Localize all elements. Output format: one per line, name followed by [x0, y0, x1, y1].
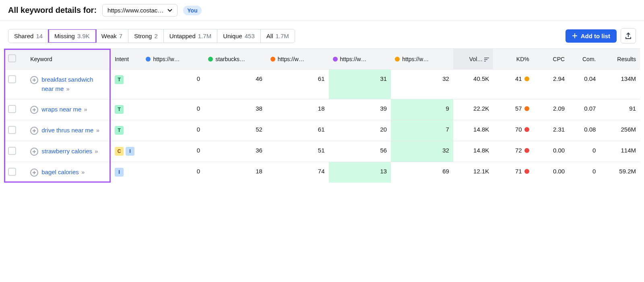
filter-row: Shared 14Missing 3.9KWeak 7Strong 2Untap…: [0, 21, 644, 48]
kd-dot-icon: [524, 127, 529, 132]
cell-d2: 18: [204, 162, 266, 183]
dot-icon: [333, 57, 338, 62]
add-to-list-label: Add to list: [581, 33, 610, 39]
dot-icon: [146, 57, 151, 62]
chevron-right-icon: »: [84, 106, 87, 113]
cell-d1: 0: [142, 120, 204, 141]
intent-cell: T: [111, 99, 142, 120]
filter-tab-all[interactable]: All 1.7M: [261, 29, 295, 43]
cell-volume: 40.5K: [453, 70, 493, 99]
expand-keyword-icon[interactable]: [30, 148, 38, 156]
cell-d5: 32: [391, 70, 453, 99]
intent-cell: T: [111, 70, 142, 99]
chevron-right-icon: »: [66, 85, 69, 92]
table-row: breakfast sandwich near me »T04661313240…: [4, 70, 640, 99]
intent-badge-t: T: [115, 105, 124, 114]
filter-tab-weak[interactable]: Weak 7: [96, 29, 128, 43]
row-check-cell: [4, 162, 26, 183]
col-intent[interactable]: Intent: [111, 49, 142, 70]
col-kd[interactable]: KD%: [493, 49, 533, 70]
keyword-link[interactable]: wraps near me »: [41, 105, 87, 114]
row-checkbox[interactable]: [8, 75, 16, 83]
expand-keyword-icon[interactable]: [30, 106, 38, 114]
cell-volume: 22.2K: [453, 99, 493, 120]
filter-label: Shared: [14, 33, 33, 39]
kd-dot-icon: [524, 76, 529, 81]
domain-select[interactable]: https://www.costac…: [102, 4, 178, 16]
filter-tab-missing[interactable]: Missing 3.9K: [49, 29, 96, 43]
cell-kd: 72: [493, 141, 533, 162]
cell-d4: 13: [329, 162, 391, 183]
dot-icon: [395, 57, 400, 62]
col-com[interactable]: Com.: [569, 49, 600, 70]
cell-d2: 36: [204, 141, 266, 162]
export-icon: [625, 32, 632, 39]
col-domain-3[interactable]: https://w…: [266, 49, 329, 70]
filter-count: 3.9K: [77, 33, 90, 39]
cell-d3: 74: [266, 162, 329, 183]
col-domain-4[interactable]: https://w…: [329, 49, 391, 70]
filter-label: Strong: [134, 33, 152, 39]
row-checkbox[interactable]: [8, 126, 16, 134]
col-keyword[interactable]: Keyword: [26, 49, 111, 70]
cell-cpc: 2.31: [533, 120, 569, 141]
filter-tab-unique[interactable]: Unique 453: [217, 29, 261, 43]
cell-d3: 61: [266, 120, 329, 141]
select-all-checkbox[interactable]: [8, 54, 16, 62]
cell-d4: 39: [329, 99, 391, 120]
filter-tab-shared[interactable]: Shared 14: [8, 29, 49, 43]
filter-label: Untapped: [169, 33, 196, 39]
cell-d3: 51: [266, 141, 329, 162]
keyword-link[interactable]: strawberry calories »: [41, 147, 98, 156]
expand-keyword-icon[interactable]: [30, 76, 38, 84]
cell-d4: 20: [329, 120, 391, 141]
sort-desc-icon: [484, 58, 489, 62]
cell-results: 114M: [600, 141, 640, 162]
cell-d5: 32: [391, 141, 453, 162]
keyword-link[interactable]: breakfast sandwich near me »: [41, 75, 107, 93]
keyword-table: Keyword Intent https://w… starbucks… htt…: [4, 48, 640, 183]
intent-cell: CI: [111, 141, 142, 162]
col-results[interactable]: Results: [600, 49, 640, 70]
kd-dot-icon: [524, 148, 529, 153]
cell-results: 59.2M: [600, 162, 640, 183]
cell-results: 91: [600, 99, 640, 120]
intent-cell: T: [111, 120, 142, 141]
cell-d5: 69: [391, 162, 453, 183]
select-all-header: [4, 49, 26, 70]
row-checkbox[interactable]: [8, 168, 16, 176]
intent-badge-t: T: [115, 126, 124, 135]
kd-dot-icon: [524, 169, 529, 174]
table-row: wraps near me »T0381839922.2K57 2.090.07…: [4, 99, 640, 120]
intent-badge-t: T: [115, 75, 124, 84]
add-to-list-button[interactable]: Add to list: [566, 29, 617, 43]
filter-count: 1.7M: [198, 33, 211, 39]
chevron-down-icon: [167, 8, 172, 13]
col-cpc[interactable]: CPC: [533, 49, 569, 70]
filter-tab-untapped[interactable]: Untapped 1.7M: [164, 29, 217, 43]
chevron-right-icon: »: [95, 148, 98, 154]
keyword-link[interactable]: bagel calories »: [41, 168, 85, 177]
row-checkbox[interactable]: [8, 105, 16, 113]
row-checkbox[interactable]: [8, 147, 16, 155]
filter-tabs: Shared 14Missing 3.9KWeak 7Strong 2Untap…: [8, 29, 295, 43]
cell-kd: 71: [493, 162, 533, 183]
header-bar: All keyword details for: https://www.cos…: [0, 0, 644, 21]
cell-cpc: 2.94: [533, 70, 569, 99]
col-volume[interactable]: Vol…: [453, 49, 493, 70]
cell-kd: 41: [493, 70, 533, 99]
col-domain-5[interactable]: https://w…: [391, 49, 453, 70]
expand-keyword-icon[interactable]: [30, 127, 38, 135]
intent-badge-i: I: [126, 147, 134, 156]
filter-label: Missing: [54, 33, 75, 39]
keyword-link[interactable]: drive thrus near me »: [41, 126, 99, 135]
chevron-right-icon: »: [96, 127, 99, 134]
chevron-right-icon: »: [81, 169, 85, 175]
export-button[interactable]: [621, 28, 636, 43]
filter-tab-strong[interactable]: Strong 2: [128, 29, 164, 43]
col-domain-1[interactable]: https://w…: [142, 49, 204, 70]
expand-keyword-icon[interactable]: [30, 169, 38, 177]
col-domain-2[interactable]: starbucks…: [204, 49, 266, 70]
cell-cpc: 0.00: [533, 162, 569, 183]
cell-com: 0.07: [569, 99, 600, 120]
